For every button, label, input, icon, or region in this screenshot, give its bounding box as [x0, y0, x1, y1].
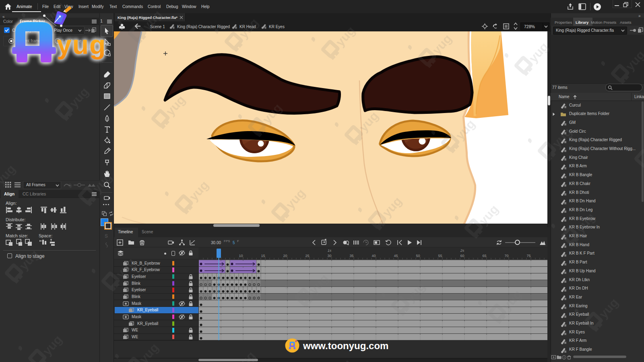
svg-text:15: 15 [261, 254, 265, 258]
svg-text:40: 40 [372, 254, 376, 258]
svg-text:30: 30 [327, 254, 331, 258]
svg-text:10: 10 [239, 254, 243, 258]
svg-text:1s: 1s [328, 249, 332, 253]
svg-text:55: 55 [438, 254, 442, 258]
svg-text:45: 45 [394, 254, 398, 258]
svg-text:2s: 2s [460, 249, 464, 253]
svg-text:60: 60 [460, 254, 464, 258]
svg-text:75: 75 [526, 254, 530, 258]
svg-text:65: 65 [482, 254, 486, 258]
svg-text:25: 25 [305, 254, 309, 258]
svg-text:35: 35 [349, 254, 353, 258]
svg-text:20: 20 [283, 254, 287, 258]
svg-text:70: 70 [504, 254, 508, 258]
svg-text:50: 50 [416, 254, 420, 258]
